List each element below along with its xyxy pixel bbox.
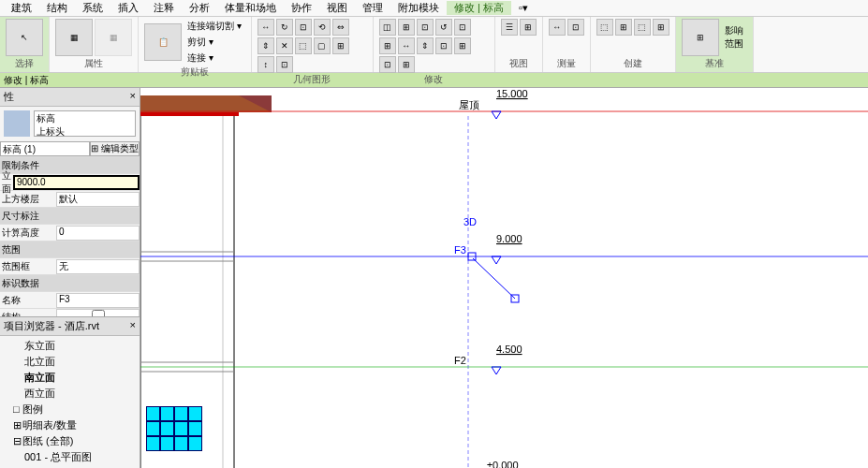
menu-item[interactable]: 视图 [319,1,355,15]
paste-icon[interactable]: 📋 [144,23,182,61]
tool-icon[interactable]: ◫ [379,19,396,36]
tool-icon[interactable]: ⊡ [276,56,293,73]
tree-item[interactable]: 北立面 [2,354,138,370]
expand-icon[interactable]: □ [13,403,22,415]
ribbon-label: 测量 [549,57,584,70]
section-header: 标识数据 [0,277,56,290]
propagate-extents-icon[interactable]: ⊞ [682,19,719,56]
tool-icon[interactable]: ⊡ [417,19,434,36]
edit-type-button[interactable]: ⊞ 编辑类型 [90,141,140,156]
ribbon-label: 基准 [682,57,747,70]
ribbon: ↖ 选择 ▦ ▦ 属性 📋 连接端切割 ▾ 剪切 ▾ 连接 ▾ 剪贴板 ↔ ↻ … [0,17,868,73]
tool-icon[interactable]: ↔ [398,37,415,54]
tree-item[interactable]: □图例 [2,402,138,417]
roof-edge [140,112,239,116]
level-label: F2 [454,355,466,366]
menu-item[interactable]: 附加模块 [390,1,447,15]
cope-button[interactable]: 连接端切割 ▾ [184,19,245,34]
tool-icon[interactable]: ⊞ [398,56,415,73]
tool-icon[interactable]: ⊡ [454,19,471,36]
tree-item[interactable]: ⊞明细表/数量 [2,417,138,433]
tool-icon[interactable]: ⊞ [615,19,632,36]
menu-item[interactable]: 注释 [146,1,182,15]
tool-icon[interactable]: ⇕ [257,37,274,54]
cut-button[interactable]: 剪切 ▾ [184,35,245,50]
level-label: F3 [454,244,466,256]
menu-item[interactable]: 建筑 [4,1,39,15]
tool-icon[interactable]: ⊞ [332,37,349,54]
menu-item[interactable]: 协作 [284,1,319,15]
expand-icon[interactable]: ⊞ [13,419,22,431]
close-icon[interactable]: × [130,319,136,333]
join-button[interactable]: 连接 ▾ [184,51,245,66]
tool-icon[interactable]: ↔ [549,19,566,36]
story-above-value[interactable]: 默认 [56,192,140,207]
tool-icon[interactable]: ⬚ [634,19,651,36]
prop-label: 名称 [0,294,56,307]
tool-icon[interactable]: ⊡ [435,37,452,54]
tool-icon[interactable]: ▢ [314,37,331,54]
menu-item[interactable]: 结构 [39,1,75,15]
ribbon-group-datum: ⊞ 影响 范围 基准 [676,17,754,72]
tool-icon[interactable]: ⟲ [314,19,331,36]
tool-icon[interactable]: ⇔ [332,19,349,36]
tool-icon[interactable]: ⬚ [596,19,613,36]
tool-icon[interactable]: ⊞ [653,19,669,36]
tree-item[interactable]: ⊟图纸 (全部) [2,433,138,449]
ribbon-group-select: ↖ 选择 [0,17,50,72]
tool-icon[interactable]: ⊡ [567,19,584,36]
ribbon-label: 几何图形 [257,73,367,86]
menu-item[interactable]: 插入 [110,1,146,15]
tool-icon[interactable]: ↕ [257,56,274,73]
level-3d-toggle[interactable]: 3D [463,216,477,227]
drawing-canvas[interactable]: 屋顶 15.000 F3 9.000 3D F2 4.500 ±0.000 [140,88,868,468]
menu-item[interactable]: 系统 [75,1,110,15]
ribbon-group-properties: ▦ ▦ 属性 [50,17,139,72]
tool-icon[interactable]: ☰ [501,19,518,36]
prop-label: 上方楼层 [0,193,56,206]
tree-item[interactable]: 001 - 总平面图 [2,449,138,465]
section-header: 范围 [0,243,56,256]
tool-icon[interactable]: ↻ [276,19,293,36]
prop-label: 范围框 [0,260,56,273]
type-selector[interactable]: 标高 上标头 [34,110,136,137]
legend-preview[interactable] [146,406,202,451]
instance-filter[interactable]: 标高 (1) [0,141,90,156]
tool-icon[interactable]: ⊡ [379,56,396,73]
expand-icon[interactable]: ⊟ [13,435,22,447]
menu-item[interactable]: 管理 [355,1,390,15]
tool-icon[interactable]: ⬚ [295,37,312,54]
properties-title-bar[interactable]: 性 × [0,88,140,107]
menu-item[interactable]: 分析 [182,1,217,15]
close-icon[interactable]: × [130,90,136,104]
tool-icon[interactable]: ⊞ [454,37,471,54]
tool-icon[interactable]: ✕ [276,37,293,54]
tool-icon[interactable]: ⊞ [520,19,537,36]
tree-item[interactable]: 东立面 [2,338,138,354]
tool-icon[interactable]: ↺ [435,19,452,36]
browser-tree: 东立面 北立面 南立面 西立面 □图例 ⊞明细表/数量 ⊟图纸 (全部) 001… [0,336,140,468]
type-properties-icon[interactable]: ▦ [95,19,132,56]
tool-icon[interactable]: ⇕ [417,37,434,54]
name-value[interactable]: F3 [56,293,140,308]
elevation-input[interactable] [13,175,140,190]
prop-label: 计算高度 [0,227,56,240]
menu-overflow-icon[interactable]: ▫▾ [511,2,536,14]
browser-title: 项目浏览器 - 酒店.rvt [4,319,99,333]
tree-item[interactable]: 西立面 [2,386,138,402]
ribbon-label: 视图 [501,57,537,70]
properties-icon[interactable]: ▦ [55,19,93,56]
tool-icon[interactable]: ⊞ [398,19,415,36]
menu-item-active[interactable]: 修改 | 标高 [447,1,511,15]
computation-height-value[interactable]: 0 [56,226,140,241]
modify-tool-icon[interactable]: ↖ [6,19,43,56]
tool-icon[interactable]: ⊞ [379,37,396,54]
menu-item[interactable]: 体量和场地 [217,1,284,15]
ribbon-group-create: ⬚ ⊞ ⬚ ⊞ 创建 [591,17,676,72]
browser-title-bar[interactable]: 项目浏览器 - 酒店.rvt × [0,317,140,336]
level-value: 4.500 [496,344,522,355]
tree-item-active[interactable]: 南立面 [2,370,138,386]
tool-icon[interactable]: ⊡ [295,19,312,36]
tool-icon[interactable]: ↔ [257,19,274,36]
scope-box-value[interactable]: 无 [56,259,140,274]
